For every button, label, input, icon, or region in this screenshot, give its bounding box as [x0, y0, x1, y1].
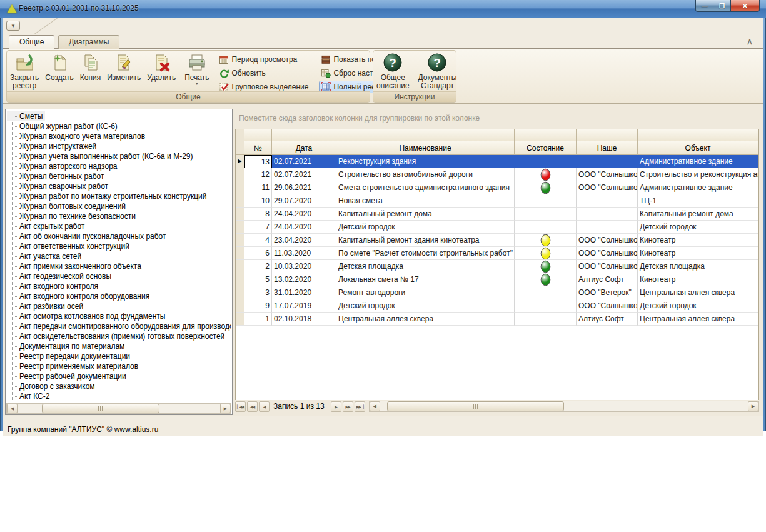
- button-new-doc-1[interactable]: Создать: [42, 51, 77, 91]
- tree-item-12[interactable]: Акт об окончании пусконаладочных работ: [7, 231, 231, 241]
- tree-item-2[interactable]: Журнал входного учета материалов: [7, 131, 231, 141]
- tree-item-18[interactable]: Акт входного контроля оборудования: [7, 291, 231, 301]
- button-edit-doc-3[interactable]: Изменить: [104, 51, 144, 91]
- tree-item-23[interactable]: Документация по материалам: [7, 341, 231, 351]
- tree-item-6[interactable]: Журнал бетонных работ: [7, 171, 231, 181]
- subtotals-icon: [321, 54, 331, 64]
- grid-scroll-thumb[interactable]: [387, 401, 563, 411]
- grid-scroll-track[interactable]: [380, 401, 748, 411]
- status-light-red-icon: [540, 168, 550, 180]
- table-row-11[interactable]: 917.07.2019Детский городокООО "Солнышко"…: [236, 299, 758, 313]
- cell-name: Капитальный ремонт дома: [336, 208, 515, 221]
- tree-item-7[interactable]: Журнал сварочных работ: [7, 181, 231, 191]
- row-indicator: [236, 208, 244, 221]
- nav-first-icon[interactable]: ▏◀◀: [235, 401, 246, 412]
- nav-prev-icon[interactable]: ◀: [259, 401, 270, 412]
- nav-next-page-icon[interactable]: ▶▶: [343, 401, 353, 412]
- group-select-icon: [219, 82, 229, 92]
- cell-date: 23.04.2020: [272, 234, 336, 247]
- table-row-8[interactable]: 210.03.2020Детская площадкаООО "Солнышко…: [236, 260, 758, 273]
- row-indicator: [236, 273, 244, 286]
- scroll-right-icon[interactable]: ▶: [220, 404, 231, 413]
- groupby-band[interactable]: Поместите сюда заголовок колонки для гру…: [235, 110, 758, 128]
- table-row-3[interactable]: 1029.07.2020Новая сметаТЦ-1: [236, 194, 758, 208]
- button-copy-doc-2[interactable]: Копия: [77, 51, 104, 91]
- cell-status: [515, 155, 577, 168]
- tree-item-4[interactable]: Журнал учета выполненных работ (КС-6а и …: [7, 151, 231, 161]
- tree-item-28[interactable]: Акт КС-2: [7, 391, 231, 401]
- tree-item-14[interactable]: Акт участка сетей: [7, 251, 231, 261]
- ribbon-group-instrukcii: ?Общее описание?Документы СтандартИнстру…: [373, 50, 456, 103]
- tree-item-1[interactable]: Общий журнал работ (КС-6): [7, 121, 231, 131]
- table-row-9[interactable]: 513.02.2020Локальная смета № 17Алтиус Со…: [236, 273, 758, 286]
- tree-item-10[interactable]: Журнал по технике безопасности: [7, 211, 231, 221]
- tree-item-22[interactable]: Акт освидетельствования (приемки) готовы…: [7, 331, 231, 341]
- table-row-4[interactable]: 824.04.2020Капитальный ремонт домаКапита…: [236, 208, 758, 221]
- button-close-registry-0[interactable]: Закрыть реестр: [7, 51, 42, 91]
- header-band-cell: [515, 129, 577, 141]
- column-header-2[interactable]: Наименование: [336, 141, 515, 155]
- tree-item-8[interactable]: Журнал работ по монтажу строительных кон…: [7, 191, 231, 201]
- grid-scroll-right-icon[interactable]: ▶: [748, 401, 758, 411]
- tree-item-11[interactable]: Акт скрытых работ: [7, 221, 231, 231]
- grid-header: №ДатаНаименованиеСостояниеНашеОбъект: [236, 129, 758, 155]
- nav-next-icon[interactable]: ▶: [331, 401, 341, 412]
- table-row-5[interactable]: 724.04.2020Детский городокДетский городо…: [236, 221, 758, 234]
- table-row-6[interactable]: 423.04.2020Капитальный ремонт здания кин…: [236, 234, 758, 247]
- header-band-cell: [336, 129, 515, 141]
- column-header-3[interactable]: Состояние: [515, 141, 577, 155]
- column-header-0[interactable]: №: [244, 141, 272, 155]
- ribbon-collapse-icon[interactable]: ᐱ: [745, 39, 755, 46]
- column-header-1[interactable]: Дата: [272, 141, 336, 155]
- tree-item-27[interactable]: Договор с заказчиком: [7, 381, 231, 391]
- quick-access-dropdown-icon[interactable]: ▼: [6, 21, 20, 31]
- tree-item-13[interactable]: Акт ответственных конструкций: [7, 241, 231, 251]
- grid-scroll-left-icon[interactable]: ◀: [370, 401, 380, 411]
- full-grid-icon: [321, 82, 331, 92]
- table-row-12[interactable]: 102.10.2018Центральная аллея сквераАлтиу…: [236, 313, 758, 326]
- nav-last-icon[interactable]: ▶▶▕: [355, 401, 365, 412]
- tree-item-0[interactable]: Сметы: [7, 111, 45, 121]
- button-question-0[interactable]: ?Общее описание: [373, 51, 413, 91]
- tree-item-24[interactable]: Реестр передачи документации: [7, 351, 231, 361]
- table-row-2[interactable]: 1129.06.2021Смета строительство админист…: [236, 181, 758, 194]
- button-printer-5[interactable]: Печать▼: [181, 51, 212, 91]
- small-button-calendar[interactable]: Период просмотра: [217, 53, 312, 66]
- tree-item-19[interactable]: Акт разбивки осей: [7, 301, 231, 311]
- tab-diagrammy[interactable]: Диаграммы: [58, 35, 119, 49]
- cell-status: [515, 273, 577, 286]
- table-row-7[interactable]: 611.03.2020По смете "Расчет стоимости ст…: [236, 247, 758, 260]
- close-button[interactable]: ✕: [730, 0, 760, 12]
- button-question-1[interactable]: ?Документы Стандарт: [415, 51, 460, 91]
- tree-item-20[interactable]: Акт осмотра котлованов под фундаменты: [7, 311, 231, 321]
- tree-item-3[interactable]: Журнал инструктажей: [7, 141, 231, 151]
- grid-horizontal-scrollbar[interactable]: ◀ ▶: [369, 401, 759, 412]
- tree-item-15[interactable]: Акт приемки законченного объекта: [7, 261, 231, 271]
- ribbon-group-obshchie: Закрыть реестрСоздатьКопияИзменитьУдалит…: [6, 50, 370, 103]
- scroll-left-icon[interactable]: ◀: [7, 404, 18, 413]
- row-indicator: [236, 181, 244, 194]
- small-button-refresh[interactable]: Обновить: [217, 67, 312, 79]
- tree-scroll-thumb[interactable]: [42, 404, 159, 413]
- tree-item-9[interactable]: Журнал болтовых соединений: [7, 201, 231, 211]
- minimize-button[interactable]: —: [695, 0, 713, 12]
- tree-item-5[interactable]: Журнал авторского надзора: [7, 161, 231, 171]
- tree-item-16[interactable]: Акт геодезической основы: [7, 271, 231, 281]
- tree-scroll-track[interactable]: [18, 404, 220, 413]
- nav-prev-page-icon[interactable]: ◀◀: [247, 401, 258, 412]
- tree-item-21[interactable]: Акт передачи смонтированного оборудовани…: [7, 321, 231, 331]
- main-area: СметыОбщий журнал работ (КС-6)Журнал вхо…: [3, 104, 763, 416]
- tab-obshchie[interactable]: Общие: [9, 35, 54, 49]
- column-header-5[interactable]: Объект: [638, 141, 758, 155]
- tree-item-17[interactable]: Акт входного контроля: [7, 281, 231, 291]
- tree-item-26[interactable]: Реестр рабочей документации: [7, 371, 231, 381]
- tree-horizontal-scrollbar[interactable]: ◀ ▶: [6, 403, 231, 414]
- maximize-button[interactable]: ❐: [713, 0, 730, 12]
- button-delete-doc-4[interactable]: Удалить: [144, 51, 179, 91]
- table-row-10[interactable]: 331.01.2020Ремонт автодорогиООО "Ветерок…: [236, 286, 758, 299]
- table-row-0[interactable]: ▶1302.07.2021Реконструкция зданияАдминис…: [236, 155, 758, 168]
- table-row-1[interactable]: 1202.07.2021Строительство автомобильной …: [236, 168, 758, 181]
- tree-item-25[interactable]: Реестр применяемых материалов: [7, 361, 231, 371]
- title-bar[interactable]: Реестр с 03.01.2001 по 31.10.2025 — ❐ ✕: [0, 0, 766, 18]
- column-header-4[interactable]: Наше: [577, 141, 638, 155]
